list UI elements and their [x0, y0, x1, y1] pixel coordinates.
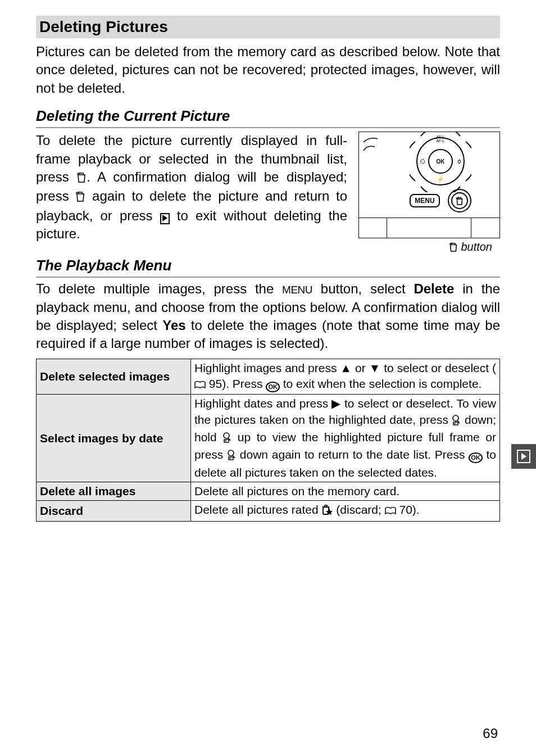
- figure-caption: button: [449, 241, 492, 255]
- trash-button-inner: [451, 192, 468, 209]
- current-picture-row: To delete the picture currently displaye…: [36, 132, 500, 255]
- svg-rect-2: [453, 422, 458, 425]
- decorative-lines: [364, 137, 392, 165]
- play-icon: [160, 213, 170, 224]
- menu-glyph: MENU: [282, 283, 312, 297]
- text: To delete multiple images, press the: [36, 281, 282, 296]
- section-intro: Pictures can be deleted from the memory …: [36, 43, 500, 97]
- svg-rect-10: [229, 457, 233, 460]
- side-tab-playback: [511, 444, 536, 469]
- text: 70).: [396, 503, 420, 516]
- subheading-playback-menu: The Playback Menu: [36, 257, 500, 278]
- row-desc: Delete all pictures on the memory card.: [191, 482, 500, 501]
- menu-button-icon: MENU: [410, 194, 439, 207]
- self-timer-icon: ⏲: [420, 158, 426, 165]
- delete-bold: Delete: [414, 281, 454, 296]
- zoom-icon: [222, 431, 231, 447]
- exposure-comp-icon: ⧮: [458, 158, 461, 165]
- caption-text: button: [458, 241, 492, 253]
- yes-bold: Yes: [162, 318, 185, 333]
- svg-point-4: [224, 433, 229, 438]
- row-desc: Highlight images and press ▲ or ▼ to sel…: [191, 359, 500, 395]
- zoom-icon: [452, 414, 461, 429]
- row-desc: Delete all pictures rated (discard; 70).: [191, 501, 500, 521]
- ok-icon: OK: [469, 452, 483, 463]
- row-label: Delete all images: [37, 482, 191, 501]
- svg-rect-6: [224, 440, 229, 442]
- trash-icon: [75, 188, 85, 206]
- svg-point-8: [228, 450, 234, 456]
- trash-icon: [449, 242, 458, 255]
- text: Highlight dates and press ▶ to select or…: [194, 397, 496, 425]
- page: Deleting Pictures Pictures can be delete…: [0, 0, 536, 756]
- svg-rect-3: [455, 423, 456, 424]
- row-desc: Highlight dates and press ▶ to select or…: [191, 395, 500, 482]
- book-icon: [385, 503, 396, 519]
- svg-rect-7: [225, 441, 226, 442]
- options-table: Delete selected images Highlight images …: [36, 359, 500, 522]
- text: Delete all pictures rated: [194, 503, 321, 516]
- subheading-current-picture: Deleting the Current Picture: [36, 107, 500, 128]
- text: to exit when the selection is complete.: [280, 377, 482, 390]
- trash-icon: [76, 169, 87, 187]
- row-label: Select images by date: [37, 395, 191, 482]
- svg-point-0: [453, 415, 458, 421]
- zoom-icon: [227, 449, 236, 464]
- row-label: Delete selected images: [37, 359, 191, 395]
- ok-label: OK: [437, 159, 445, 165]
- table-row: Delete selected images Highlight images …: [37, 359, 500, 395]
- dpad-icon: OK AE-LAF-L ⏲ ⧮ ⚡: [416, 137, 465, 185]
- text: (discard;: [333, 503, 384, 516]
- camera-bottom-strip: [359, 218, 499, 238]
- table-row: Discard Delete all pictures rated (disca…: [37, 501, 500, 521]
- ae-l-label: AE-L: [436, 135, 445, 139]
- svg-rect-11: [230, 458, 231, 459]
- text: down again to return to the date list. P…: [236, 448, 469, 461]
- table-row: Select images by date Highlight dates an…: [37, 395, 500, 482]
- text: Highlight images and press ▲ or ▼ to sel…: [194, 361, 496, 374]
- trash-button-outer: [448, 189, 471, 212]
- current-picture-text: To delete the picture currently displaye…: [36, 132, 347, 255]
- table-row: Delete all images Delete all pictures on…: [37, 482, 500, 501]
- figure-column: OK AE-LAF-L ⏲ ⧮ ⚡: [354, 132, 500, 255]
- af-l-label: AF-L: [436, 139, 444, 143]
- play-icon: [517, 450, 530, 463]
- section-title: Deleting Pictures: [36, 16, 500, 38]
- text: button, select: [312, 281, 414, 296]
- playback-menu-paragraph: To delete multiple images, press the MEN…: [36, 280, 500, 353]
- discard-rating-icon: [321, 504, 333, 519]
- ok-icon: OK: [266, 382, 280, 392]
- row-label: Discard: [37, 501, 191, 521]
- camera-illustration: OK AE-LAF-L ⏲ ⧮ ⚡: [358, 132, 500, 238]
- trash-icon: [456, 196, 464, 205]
- text: 95). Press: [206, 377, 266, 390]
- flash-icon: ⚡: [437, 176, 444, 183]
- book-icon: [194, 377, 206, 393]
- page-number: 69: [483, 726, 498, 741]
